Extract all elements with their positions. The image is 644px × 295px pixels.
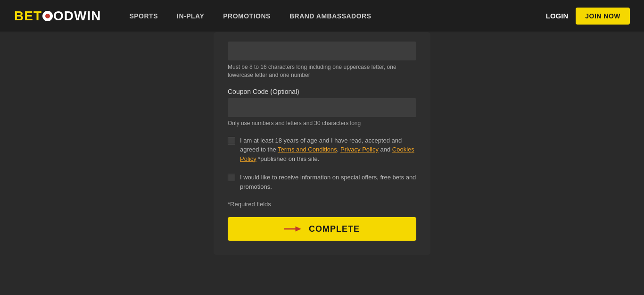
logo-bet-text: BET (14, 8, 42, 24)
nav-brand-ambassadors[interactable]: BRAND AMBASSADORS (289, 12, 372, 20)
complete-label: COMPLETE (309, 224, 360, 234)
registration-form-card: Must be 8 to 16 characters long includin… (214, 32, 430, 255)
terms-and: and (379, 146, 392, 153)
password-input-box (228, 42, 416, 60)
page-content: Must be 8 to 16 characters long includin… (0, 32, 644, 255)
password-hint: Must be 8 to 16 characters long includin… (228, 63, 416, 79)
checkbox-section: I am at least 18 years of age and I have… (228, 136, 416, 192)
logo-goodwin-text: ODWIN (53, 8, 101, 24)
required-fields-note: *Required fields (228, 201, 416, 208)
privacy-policy-link[interactable]: Privacy Policy (340, 146, 379, 153)
svg-marker-1 (295, 227, 301, 232)
nav-promotions[interactable]: PROMOTIONS (223, 12, 271, 20)
arrow-icon (284, 224, 301, 234)
coupon-hint: Only use numbers and letters and 30 char… (228, 120, 416, 126)
complete-button[interactable]: COMPLETE (228, 217, 416, 241)
offers-checkbox-row: I would like to receive information on s… (228, 173, 416, 191)
coupon-code-section: Coupon Code (Optional) Only use numbers … (228, 88, 416, 126)
logo-o-icon (42, 11, 53, 21)
login-button[interactable]: LOGIN (546, 12, 569, 20)
nav-links: SPORTS IN-PLAY PROMOTIONS BRAND AMBASSAD… (129, 12, 545, 20)
terms-comma: , (337, 146, 340, 153)
password-field-area: Must be 8 to 16 characters long includin… (228, 42, 416, 79)
terms-conditions-link[interactable]: Terms and Conditions (278, 146, 337, 153)
coupon-label: Coupon Code (Optional) (228, 88, 416, 95)
coupon-input[interactable] (228, 98, 416, 117)
terms-text: I am at least 18 years of age and I have… (240, 136, 416, 164)
nav-inplay[interactable]: IN-PLAY (177, 12, 204, 20)
nav-sports[interactable]: SPORTS (129, 12, 158, 20)
navbar: BET ODWIN SPORTS IN-PLAY PROMOTIONS BRAN… (0, 0, 644, 32)
offers-checkbox[interactable] (228, 174, 235, 181)
nav-right: LOGIN JOIN NOW (546, 8, 630, 25)
terms-suffix: *published on this site. (256, 155, 320, 162)
logo[interactable]: BET ODWIN (14, 8, 101, 24)
offers-text: I would like to receive information on s… (240, 173, 416, 191)
terms-checkbox[interactable] (228, 137, 235, 144)
terms-checkbox-row: I am at least 18 years of age and I have… (228, 136, 416, 164)
join-now-button[interactable]: JOIN NOW (576, 8, 630, 25)
